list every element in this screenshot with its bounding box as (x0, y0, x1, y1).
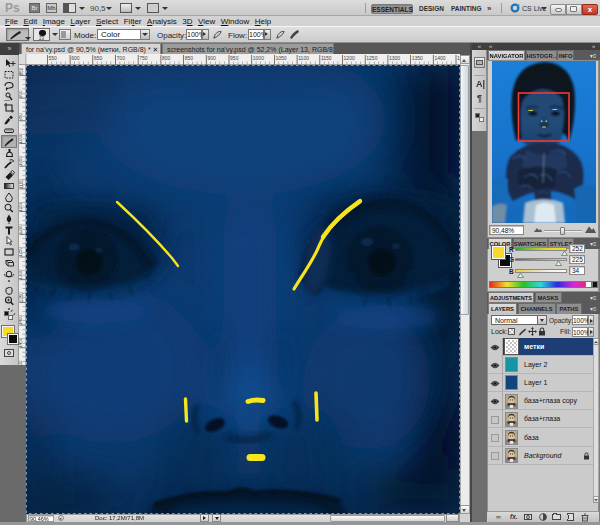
svg-text:900: 900 (207, 55, 216, 61)
svg-text:1000: 1000 (253, 55, 264, 61)
svg-text:1400: 1400 (19, 314, 24, 325)
svg-text:950: 950 (230, 55, 239, 61)
svg-text:850: 850 (19, 67, 24, 75)
svg-text:1250: 1250 (366, 55, 377, 61)
svg-text:1100: 1100 (298, 55, 309, 61)
svg-text:700: 700 (117, 55, 126, 61)
svg-text:850: 850 (185, 55, 194, 61)
svg-text:600: 600 (71, 55, 80, 61)
svg-text:1000: 1000 (19, 133, 24, 144)
svg-text:1300: 1300 (389, 55, 400, 61)
svg-text:1350: 1350 (19, 292, 24, 303)
svg-text:1050: 1050 (276, 55, 287, 61)
svg-text:950: 950 (19, 113, 24, 121)
svg-text:900: 900 (19, 90, 24, 98)
svg-text:1050: 1050 (19, 156, 24, 167)
svg-text:1150: 1150 (321, 55, 332, 61)
svg-text:650: 650 (94, 55, 103, 61)
svg-text:1200: 1200 (19, 224, 24, 235)
svg-text:1200: 1200 (344, 55, 355, 61)
svg-text:1400: 1400 (434, 55, 445, 61)
svg-text:800: 800 (162, 55, 171, 61)
svg-text:1300: 1300 (19, 269, 24, 280)
svg-text:1150: 1150 (19, 201, 24, 211)
svg-text:1250: 1250 (19, 246, 24, 257)
svg-text:1100: 1100 (19, 179, 24, 189)
svg-text:750: 750 (139, 55, 148, 61)
svg-text:550: 550 (49, 55, 58, 61)
svg-text:1450: 1450 (19, 337, 24, 348)
svg-text:1350: 1350 (412, 55, 423, 61)
